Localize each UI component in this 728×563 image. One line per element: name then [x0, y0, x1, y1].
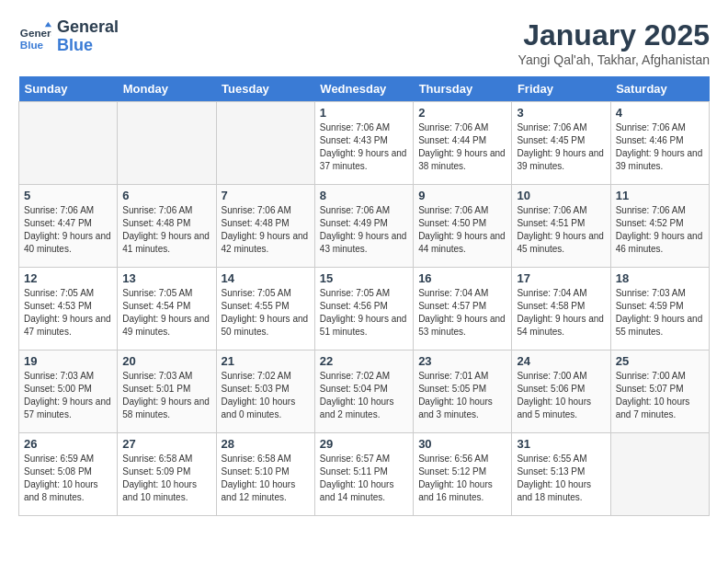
calendar-cell: 22 Sunrise: 7:02 AMSunset: 5:04 PMDaylig… — [314, 350, 413, 433]
day-info: Sunrise: 7:02 AMSunset: 5:03 PMDaylight:… — [222, 370, 310, 421]
day-number: 4 — [616, 106, 704, 120]
day-number: 17 — [517, 271, 605, 285]
day-number: 2 — [418, 106, 506, 120]
day-info: Sunrise: 7:06 AMSunset: 4:46 PMDaylight:… — [616, 121, 704, 173]
weekday-header-wednesday: Wednesday — [314, 76, 413, 102]
calendar-cell: 12 Sunrise: 7:05 AMSunset: 4:53 PMDaylig… — [19, 268, 118, 350]
day-info: Sunrise: 7:00 AMSunset: 5:07 PMDaylight:… — [616, 370, 704, 421]
calendar-cell: 4 Sunrise: 7:06 AMSunset: 4:46 PMDayligh… — [610, 102, 709, 185]
day-info: Sunrise: 7:05 AMSunset: 4:55 PMDaylight:… — [222, 287, 310, 339]
calendar-cell: 11 Sunrise: 7:06 AMSunset: 4:52 PMDaylig… — [610, 185, 709, 268]
day-info: Sunrise: 7:06 AMSunset: 4:47 PMDaylight:… — [24, 204, 112, 256]
weekday-header-thursday: Thursday — [414, 76, 512, 102]
day-number: 27 — [122, 437, 210, 451]
day-info: Sunrise: 6:59 AMSunset: 5:08 PMDaylight:… — [24, 453, 112, 504]
day-info: Sunrise: 6:57 AMSunset: 5:11 PMDaylight:… — [320, 453, 408, 504]
day-info: Sunrise: 7:05 AMSunset: 4:53 PMDaylight:… — [24, 287, 112, 339]
day-number: 24 — [517, 354, 605, 368]
title-block: January 2025 Yangi Qal'ah, Takhar, Afgha… — [518, 18, 710, 67]
day-info: Sunrise: 7:06 AMSunset: 4:45 PMDaylight:… — [517, 121, 605, 173]
day-number: 9 — [418, 189, 506, 202]
calendar-cell: 21 Sunrise: 7:02 AMSunset: 5:03 PMDaylig… — [216, 350, 314, 433]
day-info: Sunrise: 7:06 AMSunset: 4:50 PMDaylight:… — [418, 204, 506, 256]
week-row-2: 5 Sunrise: 7:06 AMSunset: 4:47 PMDayligh… — [19, 185, 710, 268]
day-number: 30 — [418, 437, 506, 451]
day-info: Sunrise: 6:55 AMSunset: 5:13 PMDaylight:… — [517, 453, 605, 504]
day-number: 14 — [222, 271, 310, 285]
day-number: 26 — [24, 437, 112, 451]
day-number: 25 — [616, 354, 704, 368]
calendar-cell — [216, 102, 314, 185]
day-info: Sunrise: 7:06 AMSunset: 4:48 PMDaylight:… — [222, 204, 310, 256]
day-number: 20 — [122, 354, 210, 368]
svg-marker-2 — [45, 22, 51, 27]
day-number: 31 — [517, 437, 605, 451]
day-info: Sunrise: 7:04 AMSunset: 4:58 PMDaylight:… — [517, 287, 605, 339]
week-row-4: 19 Sunrise: 7:03 AMSunset: 5:00 PMDaylig… — [19, 350, 710, 433]
calendar-cell: 26 Sunrise: 6:59 AMSunset: 5:08 PMDaylig… — [19, 433, 118, 516]
calendar-cell: 5 Sunrise: 7:06 AMSunset: 4:47 PMDayligh… — [19, 185, 118, 268]
day-info: Sunrise: 7:05 AMSunset: 4:56 PMDaylight:… — [320, 287, 408, 339]
day-number: 1 — [320, 106, 408, 120]
day-number: 5 — [24, 189, 112, 202]
calendar-cell: 20 Sunrise: 7:03 AMSunset: 5:01 PMDaylig… — [118, 350, 216, 433]
calendar-cell: 30 Sunrise: 6:56 AMSunset: 5:12 PMDaylig… — [414, 433, 512, 516]
page-header: General Blue General Blue January 2025 Y… — [18, 18, 710, 67]
day-number: 6 — [122, 189, 210, 202]
week-row-5: 26 Sunrise: 6:59 AMSunset: 5:08 PMDaylig… — [19, 433, 710, 516]
day-number: 12 — [24, 271, 112, 285]
logo: General Blue General Blue — [18, 18, 119, 55]
calendar-cell: 17 Sunrise: 7:04 AMSunset: 4:58 PMDaylig… — [512, 268, 610, 350]
day-info: Sunrise: 7:02 AMSunset: 5:04 PMDaylight:… — [320, 370, 408, 421]
day-info: Sunrise: 7:05 AMSunset: 4:54 PMDaylight:… — [122, 287, 210, 339]
calendar-cell: 19 Sunrise: 7:03 AMSunset: 5:00 PMDaylig… — [19, 350, 118, 433]
calendar-cell: 13 Sunrise: 7:05 AMSunset: 4:54 PMDaylig… — [118, 268, 216, 350]
calendar-cell: 6 Sunrise: 7:06 AMSunset: 4:48 PMDayligh… — [118, 185, 216, 268]
calendar-cell: 16 Sunrise: 7:04 AMSunset: 4:57 PMDaylig… — [414, 268, 512, 350]
calendar-cell — [19, 102, 118, 185]
day-info: Sunrise: 6:58 AMSunset: 5:10 PMDaylight:… — [222, 453, 310, 504]
calendar-cell: 14 Sunrise: 7:05 AMSunset: 4:55 PMDaylig… — [216, 268, 314, 350]
day-number: 11 — [616, 189, 704, 202]
logo-icon: General Blue — [18, 20, 51, 53]
day-number: 13 — [122, 271, 210, 285]
calendar-cell — [610, 433, 709, 516]
day-info: Sunrise: 6:56 AMSunset: 5:12 PMDaylight:… — [418, 453, 506, 504]
calendar-table: SundayMondayTuesdayWednesdayThursdayFrid… — [18, 76, 710, 516]
day-number: 19 — [24, 354, 112, 368]
calendar-cell: 18 Sunrise: 7:03 AMSunset: 4:59 PMDaylig… — [610, 268, 709, 350]
day-info: Sunrise: 7:01 AMSunset: 5:05 PMDaylight:… — [418, 370, 506, 421]
day-info: Sunrise: 7:06 AMSunset: 4:48 PMDaylight:… — [122, 204, 210, 256]
day-info: Sunrise: 6:58 AMSunset: 5:09 PMDaylight:… — [122, 453, 210, 504]
calendar-cell: 7 Sunrise: 7:06 AMSunset: 4:48 PMDayligh… — [216, 185, 314, 268]
weekday-header-sunday: Sunday — [19, 76, 118, 102]
weekday-header-friday: Friday — [512, 76, 610, 102]
calendar-cell: 9 Sunrise: 7:06 AMSunset: 4:50 PMDayligh… — [414, 185, 512, 268]
calendar-cell: 3 Sunrise: 7:06 AMSunset: 4:45 PMDayligh… — [512, 102, 610, 185]
day-number: 23 — [418, 354, 506, 368]
calendar-subtitle: Yangi Qal'ah, Takhar, Afghanistan — [518, 52, 710, 67]
calendar-cell: 15 Sunrise: 7:05 AMSunset: 4:56 PMDaylig… — [314, 268, 413, 350]
day-number: 28 — [222, 437, 310, 451]
calendar-title: January 2025 — [518, 18, 710, 52]
day-number: 10 — [517, 189, 605, 202]
day-info: Sunrise: 7:00 AMSunset: 5:06 PMDaylight:… — [517, 370, 605, 421]
weekday-header-row: SundayMondayTuesdayWednesdayThursdayFrid… — [19, 76, 710, 102]
calendar-cell: 1 Sunrise: 7:06 AMSunset: 4:43 PMDayligh… — [314, 102, 413, 185]
day-number: 21 — [222, 354, 310, 368]
calendar-cell: 31 Sunrise: 6:55 AMSunset: 5:13 PMDaylig… — [512, 433, 610, 516]
day-info: Sunrise: 7:06 AMSunset: 4:44 PMDaylight:… — [418, 121, 506, 173]
calendar-cell: 28 Sunrise: 6:58 AMSunset: 5:10 PMDaylig… — [216, 433, 314, 516]
day-number: 16 — [418, 271, 506, 285]
day-info: Sunrise: 7:06 AMSunset: 4:43 PMDaylight:… — [320, 121, 408, 173]
day-number: 8 — [320, 189, 408, 202]
calendar-cell: 23 Sunrise: 7:01 AMSunset: 5:05 PMDaylig… — [414, 350, 512, 433]
day-number: 7 — [222, 189, 310, 202]
weekday-header-monday: Monday — [118, 76, 216, 102]
day-info: Sunrise: 7:06 AMSunset: 4:49 PMDaylight:… — [320, 204, 408, 256]
day-number: 3 — [517, 106, 605, 120]
week-row-3: 12 Sunrise: 7:05 AMSunset: 4:53 PMDaylig… — [19, 268, 710, 350]
day-info: Sunrise: 7:03 AMSunset: 4:59 PMDaylight:… — [616, 287, 704, 339]
day-info: Sunrise: 7:06 AMSunset: 4:52 PMDaylight:… — [616, 204, 704, 256]
day-number: 22 — [320, 354, 408, 368]
